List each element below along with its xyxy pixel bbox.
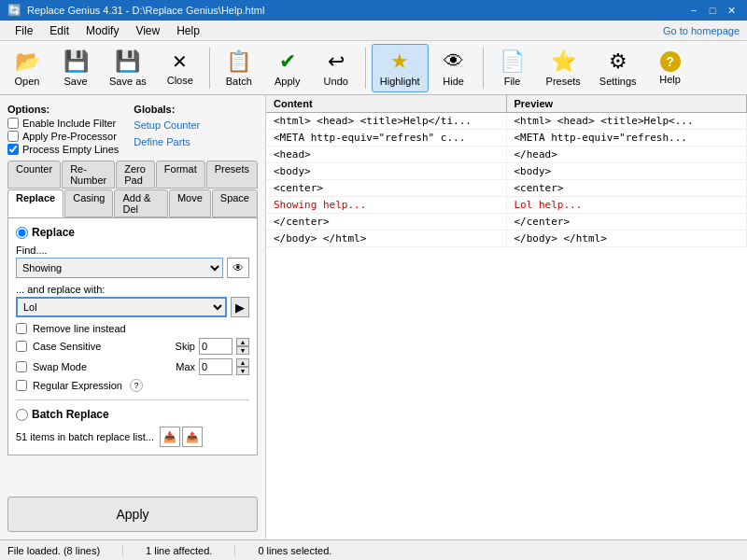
hide-icon: 👁 [444,49,464,74]
preview-cell: <META http-equiv="refresh... [507,130,748,146]
open-icon: 📂 [15,49,40,74]
apply-toolbar-button[interactable]: ✔ Apply [264,44,311,92]
max-input[interactable] [199,358,233,375]
max-up[interactable]: ▲ [236,358,249,367]
open-button[interactable]: 📂 Open [4,44,50,92]
apply-pre-processor-row: Apply Pre-Processor [7,131,119,142]
save-as-label: Save as [109,76,147,87]
undo-button[interactable]: ↩ Undo [313,44,359,92]
tab-counter[interactable]: Counter [7,161,61,189]
table-row: </body> </html></body> </html> [266,231,747,247]
setup-counter-link[interactable]: Setup Counter [134,118,200,134]
content-cell: Showing help... [266,197,507,213]
tab-content: Replace Find.... Showing 👁 ... and repla… [7,217,258,455]
batch-radio-label: Batch Replace [32,408,109,421]
preview-cell: <center> [507,180,748,196]
menu-help[interactable]: Help [169,22,207,39]
settings-label: Settings [599,76,637,87]
right-panel: Content Preview <html> <head> <title>Hel… [266,95,747,539]
batch-items-label: 51 items in batch replace list... [16,431,154,442]
save-as-button[interactable]: 💾 Save as [101,44,155,92]
presets-button[interactable]: ⭐ Presets [538,44,589,92]
arrow-button[interactable]: ▶ [231,297,249,317]
max-label: Max [176,361,195,372]
batch-icon: 📋 [226,49,251,74]
highlight-button[interactable]: ★ Highlight [372,44,429,92]
skip-label: Skip [176,341,195,352]
file-icon: 📄 [500,49,525,74]
batch-export-button[interactable]: 📤 [182,427,203,447]
tab-renumber[interactable]: Re-Number [62,161,115,189]
settings-button[interactable]: ⚙ Settings [591,44,645,92]
help-label: Help [659,74,681,85]
case-sensitive-checkbox[interactable] [16,341,27,352]
close-file-label: Close [167,75,193,86]
close-button[interactable]: ✕ [723,2,740,19]
table-row: </center></center> [266,214,747,231]
find-row: Showing 👁 [16,258,249,278]
menu-modify[interactable]: Modify [78,22,126,39]
case-sensitive-row: Case Sensitive [16,341,101,352]
hide-button[interactable]: 👁 Hide [430,44,477,92]
find-label: Find.... [16,245,249,256]
menu-edit[interactable]: Edit [42,22,77,39]
tab-space[interactable]: Space [212,189,258,217]
tab-format[interactable]: Format [156,161,205,189]
regex-help-icon[interactable]: ? [130,379,143,392]
go-homepage-link[interactable]: Go to homepage [663,25,740,36]
swap-mode-checkbox[interactable] [16,361,27,372]
remove-line-checkbox[interactable] [16,323,27,334]
highlight-icon: ★ [390,49,409,74]
enable-include-filter-checkbox[interactable] [7,118,19,129]
toolbar: 📂 Open 💾 Save 💾 Save as ✕ Close 📋 Batch … [0,41,747,95]
tab-row-2: Replace Casing Add & Del Move Space [7,189,258,217]
menu-view[interactable]: View [128,22,167,39]
preview-cell: </head> [507,147,748,162]
save-button[interactable]: 💾 Save [52,44,99,92]
maximize-button[interactable]: □ [704,2,721,19]
undo-label: Undo [324,76,348,87]
replace-input[interactable]: Lol [16,297,227,317]
max-down[interactable]: ▼ [236,367,249,375]
tab-move[interactable]: Move [169,189,211,217]
find-input[interactable]: Showing [16,258,223,278]
max-group: Max ▲ ▼ [176,358,249,375]
close-file-button[interactable]: ✕ Close [157,44,204,92]
batch-icon-buttons: 📥 📤 [160,427,203,447]
tab-presets[interactable]: Presets [206,161,258,189]
help-button[interactable]: ? Help [647,44,694,92]
hide-label: Hide [443,76,464,87]
apply-pre-processor-checkbox[interactable] [7,131,19,142]
file-button[interactable]: 📄 File [489,44,536,92]
batch-import-button[interactable]: 📥 [160,427,180,447]
skip-up[interactable]: ▲ [236,338,249,346]
tab-casing[interactable]: Casing [64,189,113,217]
presets-label: Presets [546,76,581,87]
define-parts-link[interactable]: Define Parts [134,134,200,151]
tab-add-del[interactable]: Add & Del [114,189,167,217]
menu-file[interactable]: File [7,22,40,39]
tabs-container: Counter Re-Number Zero Pad Format Preset… [7,161,258,455]
minimize-button[interactable]: − [685,2,702,19]
case-sensitive-label: Case Sensitive [33,341,101,352]
batch-button[interactable]: 📋 Batch [216,44,262,92]
save-label: Save [63,76,87,87]
eye-button[interactable]: 👁 [227,258,249,278]
process-empty-lines-checkbox[interactable] [7,144,19,155]
skip-input[interactable] [199,338,233,355]
tab-zeropad[interactable]: Zero Pad [116,161,155,189]
preview-cell: </body> </html> [507,231,748,246]
content-header: Content Preview [266,95,747,113]
help-icon: ? [660,51,681,72]
regex-checkbox[interactable] [16,380,27,391]
batch-radio[interactable] [16,409,28,421]
replace-radio[interactable] [16,227,28,239]
skip-group: Skip ▲ ▼ [176,338,249,355]
remove-line-row: Remove line instead [16,323,249,334]
highlight-label: Highlight [380,76,420,87]
skip-down[interactable]: ▼ [236,346,249,355]
toolbar-separator-3 [483,48,484,89]
tab-replace[interactable]: Replace [7,189,63,217]
replace-row: Lol ▶ [16,297,249,317]
apply-button[interactable]: Apply [7,497,258,532]
